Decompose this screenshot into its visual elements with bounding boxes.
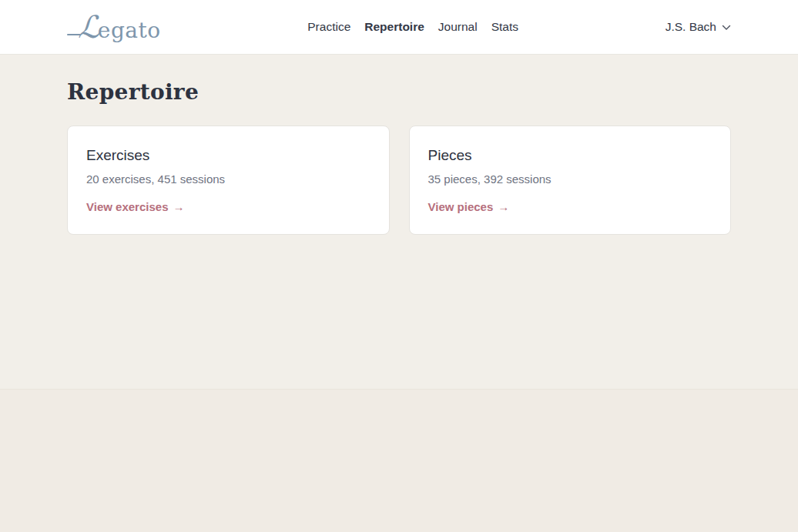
user-menu-button[interactable]: J.S. Bach	[666, 20, 731, 34]
chevron-down-icon	[722, 25, 731, 31]
exercises-card: Exercises 20 exercises, 451 sessions Vie…	[67, 125, 390, 235]
page-footer	[0, 389, 798, 532]
pieces-card: Pieces 35 pieces, 392 sessions View piec…	[409, 125, 732, 235]
view-pieces-link-label: View pieces	[428, 200, 494, 213]
nav-item-stats[interactable]: Stats	[491, 20, 518, 34]
app-header: ℒ egato Practice Repertoire Journal Stat…	[0, 0, 798, 55]
exercises-card-summary: 20 exercises, 451 sessions	[86, 171, 370, 187]
view-exercises-link[interactable]: View exercises →	[86, 200, 184, 213]
logo-swash	[67, 34, 81, 35]
nav-item-journal[interactable]: Journal	[438, 20, 478, 34]
repertoire-cards: Exercises 20 exercises, 451 sessions Vie…	[67, 125, 731, 235]
view-exercises-link-label: View exercises	[86, 200, 168, 213]
page-title: Repertoire	[67, 81, 731, 105]
main-nav: Practice Repertoire Journal Stats	[307, 20, 518, 34]
arrow-right-icon: →	[498, 200, 509, 213]
arrow-right-icon: →	[173, 200, 184, 213]
logo-script-l: ℒ	[78, 12, 100, 42]
nav-item-practice[interactable]: Practice	[307, 20, 350, 34]
pieces-card-summary: 35 pieces, 392 sessions	[428, 171, 712, 187]
nav-item-repertoire[interactable]: Repertoire	[364, 20, 424, 34]
exercises-card-title: Exercises	[86, 146, 370, 166]
view-pieces-link[interactable]: View pieces →	[428, 200, 510, 213]
pieces-card-title: Pieces	[428, 146, 712, 166]
app-logo[interactable]: ℒ egato	[67, 12, 161, 42]
user-name: J.S. Bach	[666, 20, 716, 34]
main-content: Repertoire Exercises 20 exercises, 451 s…	[0, 55, 798, 389]
logo-wordmark: egato	[98, 20, 161, 42]
